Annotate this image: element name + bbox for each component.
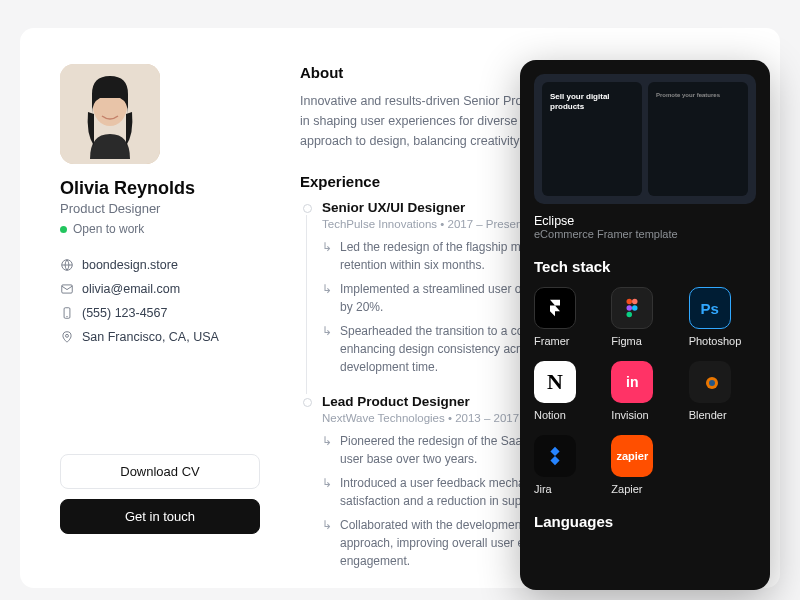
tool-item-blender[interactable]: Blender bbox=[689, 361, 756, 421]
svg-point-8 bbox=[627, 305, 633, 311]
contact-website-text: boondesign.store bbox=[82, 258, 178, 272]
svg-point-10 bbox=[627, 312, 633, 318]
contact-location: San Francisco, CA, USA bbox=[60, 330, 260, 344]
profile-role: Product Designer bbox=[60, 201, 260, 216]
contact-website[interactable]: boondesign.store bbox=[60, 258, 260, 272]
project-preview-headline: Sell your digital products bbox=[550, 92, 634, 111]
tool-item-framer[interactable]: Framer bbox=[534, 287, 601, 347]
zapier-icon: zapier bbox=[611, 435, 653, 477]
tech-stack-heading: Tech stack bbox=[534, 258, 756, 275]
status-badge: Open to work bbox=[60, 222, 260, 236]
tool-item-figma[interactable]: Figma bbox=[611, 287, 678, 347]
tool-label: Figma bbox=[611, 335, 642, 347]
project-preview-col: Sell your digital products bbox=[542, 82, 642, 196]
languages-heading: Languages bbox=[534, 513, 756, 530]
tool-label: Invision bbox=[611, 409, 648, 421]
framer-icon bbox=[534, 287, 576, 329]
tool-label: Photoshop bbox=[689, 335, 742, 347]
svg-point-9 bbox=[632, 305, 638, 311]
tool-label: Jira bbox=[534, 483, 552, 495]
contact-email-text: olivia@email.com bbox=[82, 282, 180, 296]
svg-point-7 bbox=[632, 299, 638, 305]
contact-email[interactable]: olivia@email.com bbox=[60, 282, 260, 296]
mail-icon bbox=[60, 282, 74, 296]
side-panel: Sell your digital products Promote your … bbox=[520, 60, 770, 590]
contact-phone[interactable]: (555) 123-4567 bbox=[60, 306, 260, 320]
avatar bbox=[60, 64, 160, 164]
svg-point-6 bbox=[627, 299, 633, 305]
globe-icon bbox=[60, 258, 74, 272]
status-dot-icon bbox=[60, 226, 67, 233]
contact-location-text: San Francisco, CA, USA bbox=[82, 330, 219, 344]
blender-icon bbox=[689, 361, 731, 403]
tool-label: Notion bbox=[534, 409, 566, 421]
ps-icon: Ps bbox=[689, 287, 731, 329]
figma-icon bbox=[611, 287, 653, 329]
avatar-image bbox=[60, 64, 160, 164]
tool-label: Zapier bbox=[611, 483, 642, 495]
get-in-touch-button[interactable]: Get in touch bbox=[60, 499, 260, 534]
invision-icon: in bbox=[611, 361, 653, 403]
jira-icon bbox=[534, 435, 576, 477]
project-preview-col: Promote your features bbox=[648, 82, 748, 196]
sidebar-left: Olivia Reynolds Product Designer Open to… bbox=[60, 64, 260, 544]
project-preview-col2-text: Promote your features bbox=[656, 92, 740, 99]
tool-label: Framer bbox=[534, 335, 569, 347]
project-title: Eclipse bbox=[534, 214, 756, 228]
tool-item-zapier[interactable]: zapierZapier bbox=[611, 435, 678, 495]
profile-name: Olivia Reynolds bbox=[60, 178, 260, 199]
svg-rect-3 bbox=[62, 285, 73, 293]
contact-phone-text: (555) 123-4567 bbox=[82, 306, 167, 320]
project-subtitle: eCommerce Framer template bbox=[534, 228, 756, 240]
tech-stack-grid: FramerFigmaPsPhotoshopNNotioninInvisionB… bbox=[534, 287, 756, 495]
project-preview[interactable]: Sell your digital products Promote your … bbox=[534, 74, 756, 204]
svg-point-12 bbox=[709, 380, 715, 386]
download-cv-button[interactable]: Download CV bbox=[60, 454, 260, 489]
phone-icon bbox=[60, 306, 74, 320]
status-text: Open to work bbox=[73, 222, 144, 236]
tool-label: Blender bbox=[689, 409, 727, 421]
tool-item-invision[interactable]: inInvision bbox=[611, 361, 678, 421]
tool-item-jira[interactable]: Jira bbox=[534, 435, 601, 495]
tool-item-notion[interactable]: NNotion bbox=[534, 361, 601, 421]
notion-icon: N bbox=[534, 361, 576, 403]
location-icon bbox=[60, 330, 74, 344]
tool-item-ps[interactable]: PsPhotoshop bbox=[689, 287, 756, 347]
svg-point-5 bbox=[66, 334, 69, 337]
